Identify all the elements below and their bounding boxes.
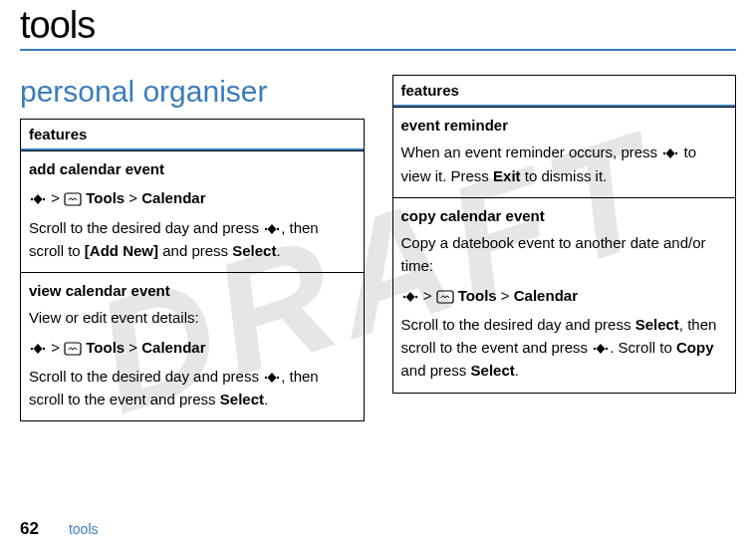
ui-label-copy: Copy (676, 339, 714, 356)
tools-menu-icon (64, 342, 82, 356)
ui-label-select: Select (635, 316, 679, 333)
ui-label-select: Select (220, 391, 264, 408)
center-key-icon (29, 343, 47, 355)
right-column: features event reminder When an event re… (392, 75, 737, 394)
svg-point-16 (675, 152, 677, 154)
text: When an event reminder occurs, press (401, 143, 662, 160)
nav-tools: Tools (458, 287, 497, 304)
svg-marker-15 (666, 148, 675, 158)
feature-cell-add-event: add calendar event > Tools > Calendar Sc… (21, 150, 364, 272)
cell-subhead: copy calendar event (401, 204, 728, 227)
cell-intro: View or edit event details: (29, 306, 356, 329)
svg-point-2 (43, 198, 45, 200)
svg-marker-12 (268, 373, 277, 383)
center-key-icon (29, 193, 47, 205)
cell-subhead: event reminder (401, 114, 728, 136)
ui-label-exit: Exit (493, 167, 521, 184)
feature-cell-copy-event: copy calendar event Copy a datebook even… (393, 197, 736, 393)
cell-body: When an event reminder occurs, press to … (401, 140, 728, 187)
center-key-icon (661, 147, 679, 159)
nav-calendar: Calendar (141, 339, 205, 356)
feature-cell-event-reminder: event reminder When an event reminder oc… (393, 107, 736, 197)
title-rule (20, 49, 736, 51)
page-content: tools personal organiser features add ca… (0, 4, 756, 421)
svg-point-14 (663, 152, 665, 154)
page-number: 62 (20, 519, 39, 539)
center-key-icon (263, 223, 281, 235)
center-key-icon (401, 291, 419, 303)
nav-tools: Tools (86, 339, 125, 356)
text: Scroll to the desired day and press (29, 368, 263, 385)
svg-point-19 (414, 295, 416, 297)
svg-point-21 (594, 348, 596, 350)
cell-subhead: add calendar event (29, 157, 356, 180)
ui-label-select: Select (232, 242, 276, 259)
features-table-left: features add calendar event > Tools > Ca… (20, 119, 365, 421)
cell-body: Scroll to the desired day and press Sele… (401, 313, 728, 383)
svg-marker-18 (405, 292, 414, 302)
table-header: features (393, 76, 736, 107)
ui-label-select: Select (471, 362, 515, 379)
left-column: personal organiser features add calendar… (20, 75, 365, 421)
tools-menu-icon (64, 192, 82, 206)
tools-menu-icon (436, 290, 454, 304)
text: and press (158, 242, 232, 259)
text: . (276, 242, 280, 259)
features-table-right: features event reminder When an event re… (392, 75, 737, 394)
svg-marker-22 (597, 344, 606, 354)
page-footer: 62 tools (20, 519, 99, 539)
svg-point-17 (402, 295, 404, 297)
text: . (264, 391, 268, 408)
text: and press (401, 362, 471, 379)
nav-sep: > (128, 189, 137, 206)
table-header: features (21, 120, 364, 150)
nav-calendar: Calendar (514, 287, 578, 304)
footer-section-label: tools (69, 521, 99, 537)
section-heading: personal organiser (20, 75, 365, 109)
svg-point-7 (31, 347, 33, 349)
svg-point-0 (31, 198, 33, 200)
text: . (515, 362, 519, 379)
svg-marker-5 (268, 224, 277, 234)
page-title: tools (20, 4, 736, 47)
svg-point-11 (265, 377, 267, 379)
nav-sep: > (423, 287, 432, 304)
text: Scroll to the desired day and press (401, 316, 635, 333)
nav-sep: > (501, 287, 510, 304)
cell-body: Scroll to the desired day and press , th… (29, 216, 356, 263)
svg-marker-1 (34, 194, 43, 204)
feature-cell-view-event: view calendar event View or edit event d… (21, 272, 364, 420)
svg-marker-8 (34, 344, 43, 354)
cell-intro: Copy a datebook event to another date an… (401, 231, 728, 278)
text: . Scroll to (610, 339, 676, 356)
svg-point-23 (606, 348, 608, 350)
nav-calendar: Calendar (141, 189, 205, 206)
nav-path: > Tools > Calendar (29, 336, 356, 359)
nav-sep: > (128, 339, 137, 356)
nav-path: > Tools > Calendar (401, 284, 728, 307)
text: Scroll to the desired day and press (29, 219, 263, 236)
center-key-icon (592, 343, 610, 355)
ui-label-addnew: [Add New] (85, 242, 158, 259)
svg-point-13 (277, 377, 279, 379)
center-key-icon (263, 372, 281, 384)
svg-point-9 (43, 347, 45, 349)
text: to dismiss it. (521, 167, 608, 184)
cell-subhead: view calendar event (29, 279, 356, 302)
cell-body: Scroll to the desired day and press , th… (29, 365, 356, 411)
nav-sep: > (51, 339, 60, 356)
svg-point-4 (265, 227, 267, 229)
nav-sep: > (51, 189, 60, 206)
svg-point-6 (277, 227, 279, 229)
columns: personal organiser features add calendar… (20, 75, 736, 421)
nav-path: > Tools > Calendar (29, 186, 356, 209)
nav-tools: Tools (86, 189, 125, 206)
